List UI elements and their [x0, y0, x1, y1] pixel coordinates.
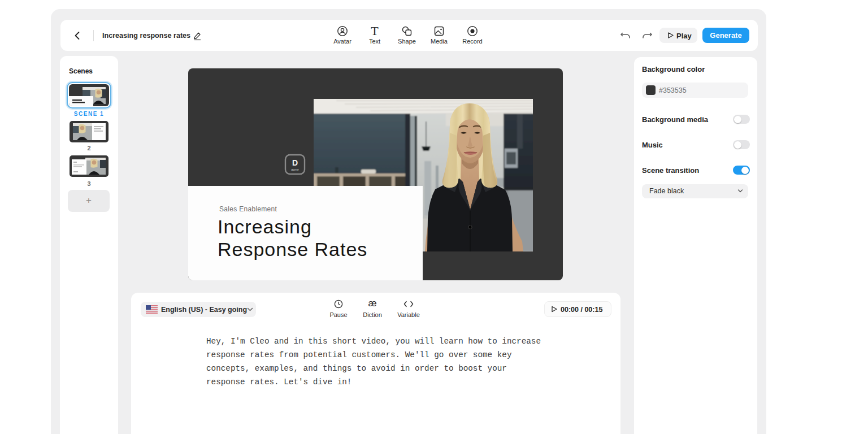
- svg-text:acme: acme: [291, 168, 298, 171]
- svg-text:D: D: [292, 158, 298, 167]
